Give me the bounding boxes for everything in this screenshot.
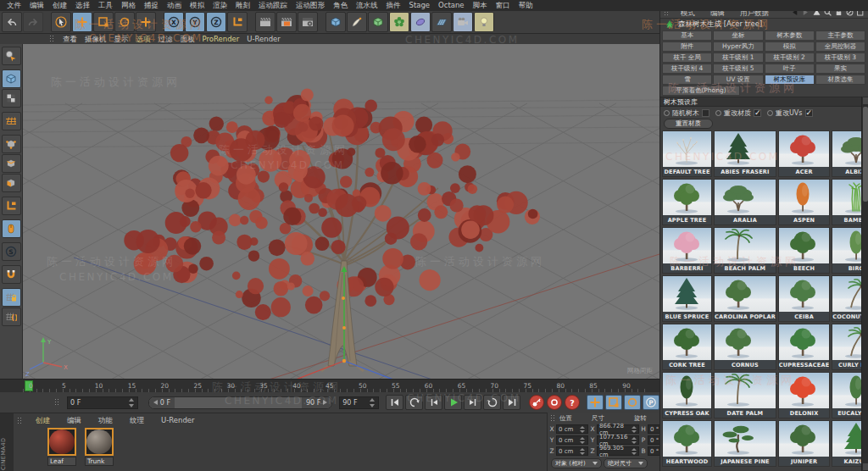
viewport-menu-item[interactable]: ProRender — [203, 34, 240, 45]
render-settings-button[interactable] — [298, 12, 318, 32]
render-picture-viewer-button[interactable] — [276, 12, 297, 32]
tree-preset-barberri[interactable]: BARBERRI — [662, 227, 712, 274]
attribute-tab[interactable]: 雪 — [662, 75, 712, 85]
option-checkbox[interactable] — [754, 109, 761, 117]
texture-mode-button[interactable] — [2, 89, 21, 108]
tree-preset-cork-tree[interactable]: CORK TREE — [662, 324, 712, 370]
material-thumbnail[interactable] — [85, 428, 114, 456]
attribute-tab[interactable]: 材质选集 — [815, 75, 865, 85]
scroll-down-arrow[interactable] — [863, 463, 868, 470]
camera-button[interactable] — [453, 12, 473, 32]
tree-preset-heartwood[interactable]: HEARTWOOD — [662, 420, 712, 467]
attribute-tab[interactable]: 枝干级别 5 — [713, 64, 763, 74]
menu-item[interactable]: 窗口 — [492, 0, 515, 11]
material-menu-item[interactable]: U-Render — [157, 415, 199, 426]
attribute-tab[interactable]: 树木参数 — [765, 30, 815, 41]
position-field[interactable]: 0 cm — [556, 424, 588, 434]
menu-item[interactable]: 工具 — [94, 0, 117, 11]
tree-preset-aralia[interactable]: ARALIA — [714, 179, 776, 225]
menu-item[interactable]: 捕捉 — [140, 0, 163, 11]
size-field[interactable]: 1077.516 cm — [597, 435, 639, 445]
material-menu-item[interactable]: 创建 — [31, 415, 54, 426]
play-reverse-button[interactable] — [405, 395, 423, 410]
menu-item[interactable]: 文件 — [3, 0, 25, 11]
viewport-menu-item[interactable]: 查看 — [63, 34, 77, 45]
lock-y-axis[interactable]: Y — [185, 12, 205, 32]
tree-preset-aspen[interactable]: ASPEN — [778, 179, 830, 225]
workplane-mode-button[interactable] — [2, 112, 21, 130]
axis-mode-button[interactable] — [2, 197, 21, 215]
key-parameter-toggle[interactable]: P — [643, 395, 659, 410]
coordinate-system[interactable] — [227, 12, 248, 32]
tree-preset-abies-fraseri[interactable]: ABIES FRASERI — [714, 130, 776, 177]
lock-z-axis[interactable]: Z — [206, 12, 226, 32]
next-frame-button[interactable] — [464, 395, 481, 410]
viewport-solo-button[interactable] — [2, 219, 21, 238]
key-rotation-toggle[interactable] — [624, 395, 641, 410]
play-button[interactable] — [444, 395, 462, 410]
attribute-tab[interactable]: UV 设置 — [713, 75, 763, 85]
tree-preset-apple-tree[interactable]: APPLE TREE — [662, 179, 712, 225]
render-view-button[interactable] — [255, 12, 275, 32]
option-checkbox[interactable] — [805, 109, 813, 117]
deformer-button[interactable] — [410, 12, 431, 32]
rotation-field[interactable]: 0 ° — [648, 446, 659, 456]
tree-preset-albizia[interactable]: ALBIZIA — [832, 130, 862, 177]
goto-start-button[interactable] — [386, 395, 403, 410]
tree-preset-eucalyptus[interactable]: EUCALYPTUS — [832, 372, 862, 418]
tree-preset-bamboo[interactable]: BAMBOO — [832, 179, 862, 225]
mograph-button[interactable] — [389, 12, 409, 32]
size-field[interactable]: 866.728 cm — [597, 424, 639, 434]
menu-item[interactable]: 角色 — [329, 0, 352, 11]
menu-item[interactable]: 帮助 — [515, 0, 537, 11]
rotate-tool[interactable] — [114, 12, 135, 32]
snap-button[interactable]: S — [2, 242, 21, 261]
goto-end-button[interactable] — [503, 395, 520, 410]
polygons-mode-button[interactable] — [2, 174, 21, 192]
attribute-tab[interactable]: 坐标 — [713, 30, 763, 41]
tree-preset-cupressaceae[interactable]: CUPRESSACEAE — [778, 324, 830, 370]
attribute-tab[interactable]: 树木预设库 — [765, 75, 815, 85]
menu-item[interactable]: 雕刻 — [231, 0, 254, 11]
material-item[interactable]: Leaf — [47, 428, 80, 466]
menu-item[interactable]: 模拟 — [186, 0, 209, 11]
attribute-tab[interactable]: Hyper风力 — [713, 42, 763, 52]
preview-range-slider[interactable]: 0 F 90 F — [148, 396, 333, 409]
rotation-field[interactable]: 0 ° — [648, 424, 659, 434]
tree-preset-japanese-pine[interactable]: JAPANESE PINE — [714, 420, 776, 467]
attribute-tab[interactable]: 主干参数 — [815, 30, 865, 41]
position-field[interactable]: 0 cm — [556, 446, 588, 456]
material-menu-item[interactable]: 编辑 — [63, 415, 86, 426]
add-primitive-button[interactable] — [326, 12, 346, 32]
size-field[interactable]: 969.305 cm — [597, 446, 639, 456]
menu-item[interactable]: 流水线 — [352, 0, 382, 11]
scrollbar[interactable] — [861, 97, 868, 471]
attribute-tab[interactable]: 模拟 — [765, 42, 815, 52]
magnet-button[interactable] — [2, 265, 21, 284]
attribute-tab[interactable]: 枝干级别 4 — [662, 64, 712, 74]
end-frame-field[interactable]: 90 F — [339, 396, 379, 409]
viewport-menu-item[interactable]: 选项 — [136, 34, 151, 45]
tree-preset-cypress-oak[interactable]: CYPRESS OAK — [662, 372, 712, 418]
viewport-menu-item[interactable]: U-Render — [247, 34, 281, 45]
points-mode-button[interactable] — [2, 135, 21, 153]
coordinate-mode-dropdown[interactable]: 对象 (相对) — [551, 458, 602, 468]
panel-grip[interactable] — [17, 417, 23, 425]
panel-grip[interactable] — [49, 35, 55, 43]
workplane-local-button[interactable]: () — [2, 308, 21, 326]
attribute-tab[interactable]: 枝干级别 3 — [815, 53, 865, 63]
rotation-field[interactable]: 0 ° — [648, 435, 659, 445]
tab-phong[interactable]: 平滑着色(Phong) — [662, 86, 740, 96]
tree-preset-default-tree[interactable]: DEFAULT TREE — [662, 130, 712, 177]
material-menu-item[interactable]: 功能 — [94, 415, 117, 426]
tree-preset-delonix[interactable]: DELONIX — [778, 372, 830, 418]
attribute-tab[interactable]: 枝干级别 1 — [713, 53, 763, 63]
prev-frame-button[interactable] — [425, 395, 442, 410]
attribute-tab[interactable]: 基本 — [662, 30, 712, 41]
tree-preset-juniper[interactable]: JUNIPER — [778, 420, 830, 467]
attribute-tab[interactable]: 全局控制器 — [815, 42, 865, 52]
viewport-menu-item[interactable]: 面板 — [181, 34, 195, 45]
environment-button[interactable] — [431, 12, 452, 32]
generator-button[interactable] — [368, 12, 388, 32]
tree-preset-carolina-poplar[interactable]: CAROLINA POPLAR — [714, 275, 776, 322]
